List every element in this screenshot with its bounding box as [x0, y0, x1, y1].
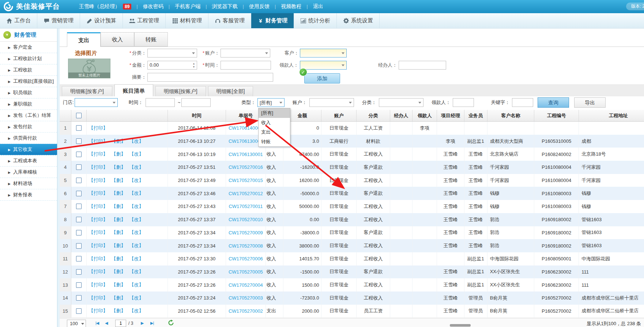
- collapse-icon[interactable]: ▼: [3, 31, 11, 39]
- action-link[interactable]: 【打印】: [89, 138, 108, 144]
- doc-link[interactable]: CW1705270010: [229, 217, 263, 222]
- choose-image-label[interactable]: 选择图片: [75, 50, 97, 57]
- handler-input[interactable]: [399, 61, 446, 70]
- detail-tab[interactable]: 明细账[按客户]: [62, 86, 112, 96]
- row-checkbox[interactable]: [76, 125, 82, 131]
- payee-select[interactable]: [300, 61, 347, 70]
- action-link[interactable]: 【改】: [129, 243, 144, 248]
- action-link[interactable]: 【删】: [112, 295, 126, 301]
- row-checkbox[interactable]: [76, 308, 82, 314]
- search-button[interactable]: 查询: [538, 97, 569, 108]
- dropdown-option[interactable]: 转账: [259, 137, 290, 146]
- doc-link[interactable]: CW1705270015: [229, 178, 263, 183]
- current-user[interactable]: 王雪峰（总经理）: [79, 3, 120, 10]
- time-from-input[interactable]: [146, 98, 175, 107]
- store-select[interactable]: [75, 98, 118, 107]
- image-placeholder[interactable]: 暂未上传图片: [68, 59, 110, 78]
- topbar-menu-item[interactable]: 手机客户端: [175, 3, 200, 9]
- nav-tab-材料管理[interactable]: 材料管理: [166, 13, 208, 28]
- action-link[interactable]: 【改】: [129, 308, 144, 313]
- action-link[interactable]: 【删】: [112, 256, 126, 261]
- row-checkbox[interactable]: [76, 230, 82, 235]
- action-link[interactable]: 【改】: [129, 178, 144, 183]
- doc-link[interactable]: CW1705270003: [229, 295, 263, 301]
- sidebar-item[interactable]: ▶工程领款[直接领款]: [0, 76, 57, 87]
- doc-link[interactable]: CW1705270012: [229, 191, 263, 196]
- nav-tab-财务管理[interactable]: ¥财务管理: [251, 13, 294, 28]
- action-link[interactable]: 【改】: [129, 256, 144, 261]
- doc-link[interactable]: CW1706130002: [229, 138, 263, 144]
- dropdown-option[interactable]: [所有]: [259, 108, 290, 118]
- sidebar-item[interactable]: ▶供货商付款: [0, 133, 57, 144]
- action-link[interactable]: 【打印】: [89, 204, 108, 209]
- action-link[interactable]: 【删】: [112, 230, 126, 235]
- doc-link[interactable]: CW1705270006: [229, 256, 263, 261]
- action-link[interactable]: 【改】: [129, 217, 144, 222]
- detail-tab[interactable]: 明细账[按账户]: [155, 86, 206, 96]
- add-button[interactable]: 添加: [304, 73, 340, 83]
- horizontal-scrollbar[interactable]: [450, 324, 471, 327]
- action-link[interactable]: 【打印】: [89, 282, 108, 287]
- nav-tab-营销管理[interactable]: 营销管理: [37, 13, 80, 28]
- action-link[interactable]: 【打印】: [89, 178, 108, 183]
- doc-link[interactable]: CW1706130001: [229, 152, 263, 157]
- last-page-icon[interactable]: ▶|: [150, 321, 154, 326]
- doc-link[interactable]: CW1706140001: [229, 125, 263, 131]
- action-link[interactable]: 【打印】: [89, 269, 108, 274]
- row-checkbox[interactable]: [76, 164, 82, 170]
- sidebar-item[interactable]: ▶工程成本表: [0, 155, 57, 167]
- doc-link[interactable]: CW1705270002: [229, 308, 263, 314]
- topbar-menu-item[interactable]: 修改密码: [143, 3, 163, 9]
- dropdown-option[interactable]: 收入: [259, 118, 290, 127]
- topbar-menu-item[interactable]: 使用反馈: [249, 3, 270, 9]
- row-checkbox[interactable]: [76, 295, 82, 301]
- action-link[interactable]: 【改】: [129, 151, 144, 157]
- topbar-menu-item[interactable]: 浏览器下载: [212, 3, 238, 9]
- sidebar-item[interactable]: ▶工程收款: [0, 64, 57, 76]
- sidebar-item[interactable]: ▶入库单稽核: [0, 167, 57, 178]
- action-link[interactable]: 【删】: [112, 243, 126, 248]
- notification-badge[interactable]: 89: [123, 4, 131, 10]
- tab-expense[interactable]: 支出: [67, 32, 101, 47]
- sidebar-item[interactable]: ▶工程收款计划: [0, 53, 57, 64]
- action-link[interactable]: 【打印】: [89, 164, 108, 170]
- row-checkbox[interactable]: [76, 138, 82, 144]
- doc-link[interactable]: CW1705270016: [229, 164, 263, 170]
- action-link[interactable]: 【改】: [129, 295, 144, 301]
- action-link[interactable]: 【删】: [112, 269, 126, 274]
- keyword-input[interactable]: [512, 98, 533, 107]
- action-link[interactable]: 【改】: [129, 164, 144, 170]
- action-link[interactable]: 【删】: [112, 164, 126, 170]
- action-link[interactable]: 【打印】: [89, 256, 108, 261]
- customer-select[interactable]: [300, 49, 347, 57]
- detail-tab[interactable]: 明细账[全部]: [208, 86, 253, 96]
- action-link[interactable]: 【打印】: [89, 308, 108, 313]
- sidebar-item[interactable]: ▶职员领款: [0, 87, 57, 99]
- prev-page-icon[interactable]: ◀: [105, 321, 108, 326]
- topbar-menu-item[interactable]: 退出: [313, 3, 323, 9]
- action-link[interactable]: 【删】: [112, 308, 126, 313]
- action-link[interactable]: 【改】: [129, 204, 144, 209]
- nav-tab-工程管理[interactable]: 工程管理: [123, 13, 166, 28]
- doc-link[interactable]: CW1705270011: [229, 204, 263, 209]
- spinner-icon[interactable]: ▲▼: [192, 62, 196, 68]
- refresh-icon[interactable]: [168, 320, 174, 326]
- sidebar-item[interactable]: ▶发包付款: [0, 121, 57, 133]
- row-checkbox[interactable]: [76, 191, 82, 196]
- nav-tab-统计分析[interactable]: 统计分析: [294, 13, 337, 28]
- sidebar-item[interactable]: ▶发包（工长）结算: [0, 110, 57, 121]
- summary-input[interactable]: [147, 73, 273, 82]
- type-select[interactable]: [所有]: [257, 98, 285, 107]
- action-link[interactable]: 【删】: [112, 138, 126, 144]
- filter-category-select[interactable]: [379, 98, 423, 107]
- action-link[interactable]: 【打印】: [89, 295, 108, 301]
- select-all-checkbox[interactable]: [76, 113, 82, 118]
- export-button[interactable]: 导出: [574, 97, 606, 108]
- nav-tab-工作台[interactable]: 工作台: [0, 13, 37, 28]
- filter-payee-input[interactable]: [453, 98, 474, 107]
- row-checkbox[interactable]: [76, 217, 82, 222]
- next-page-icon[interactable]: ▶: [141, 321, 143, 326]
- action-link[interactable]: 【打印】: [89, 230, 108, 235]
- tab-income[interactable]: 收入: [101, 32, 134, 47]
- doc-link[interactable]: CW1705270009: [229, 230, 263, 235]
